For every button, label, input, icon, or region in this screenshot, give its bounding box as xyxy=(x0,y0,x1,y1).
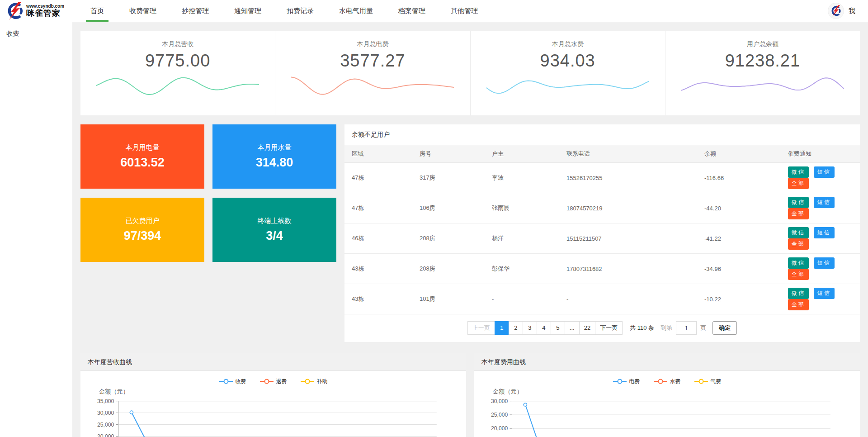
stat-value: 934.03 xyxy=(471,51,665,71)
sidebar: 收费 xyxy=(0,22,72,437)
sms-notify-button[interactable]: 短信 xyxy=(814,227,835,238)
cell-phone: 15526170255 xyxy=(559,163,697,193)
tile-value: 97/394 xyxy=(124,229,161,243)
cell-balance: -44.20 xyxy=(697,193,781,223)
cell-owner: 彭保华 xyxy=(485,254,559,284)
nav-item-home[interactable]: 首页 xyxy=(78,0,117,22)
wechat-notify-button[interactable]: 微信 xyxy=(788,257,809,269)
sms-notify-button[interactable]: 短信 xyxy=(814,166,835,178)
svg-text:30,000: 30,000 xyxy=(97,410,114,416)
pagination-page-5[interactable]: 5 xyxy=(551,321,565,335)
wechat-notify-button[interactable]: 微信 xyxy=(788,197,809,208)
legend-item[interactable]: 收费 xyxy=(219,378,246,385)
nav-item-billing[interactable]: 收费管理 xyxy=(117,0,169,22)
nav-item-other[interactable]: 其他管理 xyxy=(438,0,491,22)
legend-label: 电费 xyxy=(629,378,640,385)
cell-balance: -10.22 xyxy=(697,284,781,314)
sms-notify-button[interactable]: 短信 xyxy=(814,257,835,269)
cell-phone: 18074570219 xyxy=(559,193,697,223)
nav-item-utility-usage[interactable]: 水电气用量 xyxy=(326,0,386,22)
pagination-page-unit: 页 xyxy=(700,324,706,332)
cell-owner: 李波 xyxy=(485,163,559,193)
wechat-notify-button[interactable]: 微信 xyxy=(788,288,809,299)
chart-title: 本年度费用曲线 xyxy=(474,353,860,371)
wechat-notify-button[interactable]: 微信 xyxy=(788,166,809,178)
cell-owner: 杨洋 xyxy=(485,223,559,254)
stat-value: 91238.21 xyxy=(665,51,860,71)
tile-terminals-online: 终端上线数 3/4 xyxy=(212,198,336,262)
main-content: 本月总营收 9775.00 本月总电费 3577.27 本月总水费 934.03… xyxy=(72,22,868,437)
cell-owner: 张雨晨 xyxy=(485,193,559,223)
all-notify-button[interactable]: 全部 xyxy=(788,269,809,280)
tile-label: 本月用电量 xyxy=(126,143,160,152)
all-notify-button[interactable]: 全部 xyxy=(788,208,809,219)
table-row: 43栋 101房 - - -10.22 微信 短信 全部 xyxy=(344,284,860,314)
cell-room: 208房 xyxy=(412,254,485,284)
sms-notify-button[interactable]: 短信 xyxy=(814,197,835,208)
user-menu-label[interactable]: 我 xyxy=(849,7,855,15)
annual-revenue-chart-panel: 本年度营收曲线 收费退费补助金额（元）05,00010,00015,00020,… xyxy=(80,353,466,437)
pagination-next-button[interactable]: 下一页 xyxy=(595,321,623,335)
app-logo: www.csyndb.com 咪雀管家 xyxy=(0,0,78,22)
sms-notify-button[interactable]: 短信 xyxy=(814,288,835,299)
tile-value: 6013.52 xyxy=(120,156,165,170)
annual-expense-chart-panel: 本年度费用曲线 电费水费气费金额（元）05,00010,00015,00020,… xyxy=(474,353,860,437)
tile-monthly-water-usage: 本月用水量 314.80 xyxy=(212,124,336,189)
pagination-page-4[interactable]: 4 xyxy=(537,321,551,335)
pagination-goto-input[interactable] xyxy=(676,321,697,335)
nav-item-notification[interactable]: 通知管理 xyxy=(222,0,274,22)
balance-sparkline xyxy=(681,71,844,100)
legend-item[interactable]: 退费 xyxy=(260,378,287,385)
pagination-ellipsis[interactable]: ... xyxy=(565,321,580,335)
all-notify-button[interactable]: 全部 xyxy=(788,238,809,250)
sidebar-item-charging[interactable]: 收费 xyxy=(0,22,72,46)
nav-item-meter-control[interactable]: 抄控管理 xyxy=(169,0,222,22)
legend-item[interactable]: 补助 xyxy=(301,378,328,385)
legend-label: 退费 xyxy=(276,378,287,385)
stat-value: 9775.00 xyxy=(80,51,275,71)
tile-value: 3/4 xyxy=(266,229,283,243)
legend-item[interactable]: 电费 xyxy=(613,378,640,385)
svg-text:20,000: 20,000 xyxy=(97,433,114,437)
legend-marker-icon xyxy=(613,379,627,384)
cell-owner: - xyxy=(485,284,559,314)
stat-card-monthly-water-fee: 本月总水费 934.03 xyxy=(470,31,665,115)
pagination-page-22[interactable]: 22 xyxy=(579,321,595,335)
pagination: 上一页 1 2 3 4 5 ... 22 下一页 共 110 条 到第 页 确定 xyxy=(344,321,860,335)
pagination-goto-label: 到第 xyxy=(660,324,672,332)
user-avatar[interactable] xyxy=(828,3,844,19)
top-navbar: www.csyndb.com 咪雀管家 首页 收费管理 抄控管理 通知管理 扣费… xyxy=(0,0,868,22)
tile-label: 已欠费用户 xyxy=(126,217,160,225)
legend-item[interactable]: 水费 xyxy=(654,378,681,385)
col-phone: 联系电话 xyxy=(559,145,697,163)
pagination-confirm-button[interactable]: 确定 xyxy=(712,321,737,335)
legend-marker-icon xyxy=(694,379,708,384)
tile-label: 终端上线数 xyxy=(258,217,292,225)
revenue-sparkline xyxy=(96,71,259,100)
electricity-fee-sparkline xyxy=(291,71,454,100)
stat-card-monthly-electricity-fee: 本月总电费 3577.27 xyxy=(275,31,470,115)
annual-revenue-chart: 收费退费补助金额（元）05,00010,00015,00020,00025,00… xyxy=(80,371,466,437)
legend-label: 气费 xyxy=(711,378,722,385)
table-row: 47栋 317房 李波 15526170255 -116.66 微信 短信 全部 xyxy=(344,163,860,193)
nav-item-archives[interactable]: 档案管理 xyxy=(386,0,438,22)
stat-value: 3577.27 xyxy=(275,51,470,71)
stats-panel: 本月总营收 9775.00 本月总电费 3577.27 本月总水费 934.03… xyxy=(80,31,860,115)
legend-marker-icon xyxy=(219,379,233,384)
table-header-row: 区域 房号 户主 联系电话 余额 催费通知 xyxy=(344,145,860,163)
pagination-page-1[interactable]: 1 xyxy=(495,321,509,335)
legend-label: 水费 xyxy=(670,378,681,385)
stat-card-user-total-balance: 用户总余额 91238.21 xyxy=(665,31,860,115)
pagination-page-3[interactable]: 3 xyxy=(523,321,537,335)
cell-room: 106房 xyxy=(412,193,485,223)
pagination-prev-button[interactable]: 上一页 xyxy=(467,321,495,335)
wechat-notify-button[interactable]: 微信 xyxy=(788,227,809,238)
pagination-page-2[interactable]: 2 xyxy=(509,321,523,335)
legend-item[interactable]: 气费 xyxy=(694,378,722,385)
nav-item-deduction-records[interactable]: 扣费记录 xyxy=(274,0,326,22)
logo-brand-name: 咪雀管家 xyxy=(26,9,64,18)
svg-text:25,000: 25,000 xyxy=(97,422,114,428)
all-notify-button[interactable]: 全部 xyxy=(788,299,809,310)
legend-marker-icon xyxy=(301,379,314,384)
all-notify-button[interactable]: 全部 xyxy=(788,178,809,189)
